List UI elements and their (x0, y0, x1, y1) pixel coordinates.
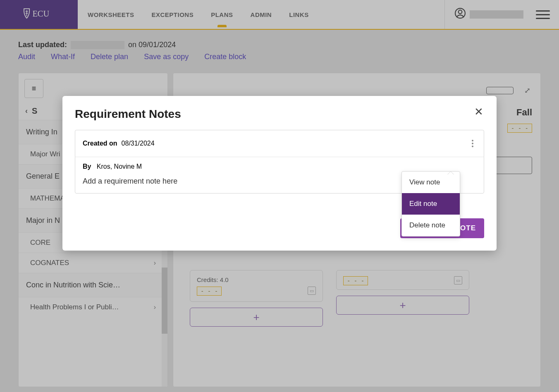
by-label: By (83, 163, 91, 170)
menu-view-note[interactable]: View note (402, 172, 460, 193)
created-on-date: 08/31/2024 (122, 140, 155, 147)
note-header: Created on 08/31/2024 (75, 130, 484, 157)
note-menu-icon[interactable] (469, 136, 476, 151)
created-on-label: Created on (83, 140, 117, 147)
note-action-menu: View note Edit note Delete note (401, 171, 460, 237)
menu-delete-note[interactable]: Delete note (402, 215, 460, 236)
note-author: Kros, Novine M (97, 163, 142, 170)
close-icon[interactable]: ✕ (472, 105, 486, 119)
requirement-notes-modal: Requirement Notes ✕ Created on 08/31/202… (62, 96, 497, 251)
modal-title: Requirement Notes (75, 108, 484, 121)
menu-edit-note[interactable]: Edit note (402, 193, 460, 215)
modal-overlay: Requirement Notes ✕ Created on 08/31/202… (0, 0, 559, 392)
